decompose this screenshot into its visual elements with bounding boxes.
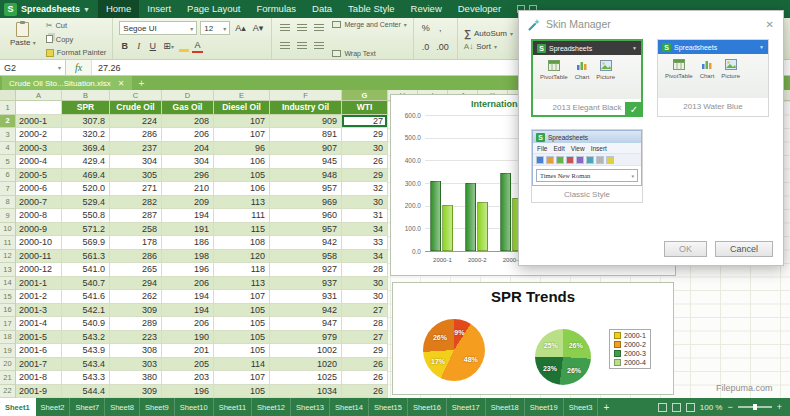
grid-cell[interactable]: 286: [110, 250, 162, 264]
grid-cell[interactable]: 309: [110, 304, 162, 318]
grid-cell[interactable]: 540.9: [62, 317, 110, 331]
grid-cell[interactable]: 308: [110, 344, 162, 358]
comma-style-button[interactable]: ,: [435, 21, 446, 35]
grid-cell[interactable]: 282: [110, 196, 162, 210]
menu-tab-review[interactable]: Review: [403, 0, 450, 18]
grid-cell[interactable]: 118: [214, 263, 270, 277]
grid-cell[interactable]: Industry Oil: [270, 101, 342, 115]
grid-cell[interactable]: 30: [342, 142, 388, 156]
chevron-down-icon[interactable]: ▼: [83, 6, 90, 13]
add-sheet-icon[interactable]: +: [598, 402, 614, 413]
grid-cell[interactable]: 34: [342, 223, 388, 237]
grid-cell[interactable]: 2000-4: [16, 155, 62, 169]
grid-cell[interactable]: 33: [342, 236, 388, 250]
zoom-in-icon[interactable]: +: [777, 402, 782, 412]
grid-cell[interactable]: 28: [342, 263, 388, 277]
grid-cell[interactable]: 948: [270, 169, 342, 183]
row-header-17[interactable]: 17: [0, 317, 16, 331]
grid-cell[interactable]: 309: [110, 385, 162, 399]
row-header-16[interactable]: 16: [0, 304, 16, 318]
grid-cell[interactable]: 942: [270, 304, 342, 318]
grid-cell[interactable]: 198: [162, 250, 214, 264]
sheet-tab-sheet16[interactable]: Sheet16: [408, 398, 447, 416]
grid-cell[interactable]: 2000-5: [16, 169, 62, 183]
sheet-tab-sheet7[interactable]: Sheet7: [70, 398, 105, 416]
grid-cell[interactable]: 2000-6: [16, 182, 62, 196]
row-header-1[interactable]: 1: [0, 101, 16, 115]
paste-button[interactable]: Paste ▾: [6, 21, 40, 48]
grid-cell[interactable]: 520.0: [62, 182, 110, 196]
column-header-B[interactable]: B: [62, 90, 110, 100]
grid-cell[interactable]: 120: [214, 250, 270, 264]
grid-cell[interactable]: 196: [162, 263, 214, 277]
grid-cell[interactable]: 29: [342, 169, 388, 183]
grid-cell[interactable]: 1002: [270, 344, 342, 358]
sheet-tab-sheet2[interactable]: Sheet2: [36, 398, 71, 416]
row-header-12[interactable]: 12: [0, 250, 16, 264]
pie-chart[interactable]: SPR Trends 2000-12000-22000-32000-4 9%48…: [392, 282, 674, 395]
grid-cell[interactable]: 26: [342, 385, 388, 399]
grid-cell[interactable]: 1020: [270, 358, 342, 372]
grid-cell[interactable]: 204: [162, 142, 214, 156]
grid-cell[interactable]: 957: [270, 182, 342, 196]
grid-cell[interactable]: 307.8: [62, 115, 110, 129]
grid-cell[interactable]: 105: [214, 304, 270, 318]
grid-cell[interactable]: 2001-5: [16, 331, 62, 345]
chevron-down-icon[interactable]: ▾: [58, 64, 61, 71]
autosum-button[interactable]: ∑AutoSum▾: [464, 28, 513, 39]
grid-cell[interactable]: 2001-4: [16, 317, 62, 331]
grid-cell[interactable]: 2000-7: [16, 196, 62, 210]
zoom-out-icon[interactable]: −: [727, 402, 732, 412]
decrease-decimal-button[interactable]: .00: [434, 40, 451, 54]
grid-cell[interactable]: 304: [162, 155, 214, 169]
grid-cell[interactable]: 540.7: [62, 277, 110, 291]
grid-cell[interactable]: 194: [162, 209, 214, 223]
grid-cell[interactable]: 2001-7: [16, 358, 62, 372]
grid-cell[interactable]: 96: [214, 142, 270, 156]
grid-cell[interactable]: 29: [342, 344, 388, 358]
grid-cell[interactable]: 105: [214, 317, 270, 331]
row-header-5[interactable]: 5: [0, 155, 16, 169]
grid-cell[interactable]: 105: [214, 331, 270, 345]
grid-cell[interactable]: 111: [214, 209, 270, 223]
sheet-tab-sheet19[interactable]: Sheet19: [525, 398, 564, 416]
grid-cell[interactable]: 2000-2: [16, 128, 62, 142]
sheet-tab-sheet1[interactable]: Sheet1: [0, 398, 36, 416]
grid-cell[interactable]: 542.1: [62, 304, 110, 318]
grid-cell[interactable]: 190: [162, 331, 214, 345]
grid-cell[interactable]: 380: [110, 371, 162, 385]
column-header-F[interactable]: F: [270, 90, 342, 100]
sheet-tab-sheet3[interactable]: Sheet3: [564, 398, 599, 416]
grid-cell[interactable]: 891: [270, 128, 342, 142]
align-left-icon[interactable]: [280, 42, 290, 50]
grid-cell[interactable]: 262: [110, 290, 162, 304]
grid-cell[interactable]: Gas Oil: [162, 101, 214, 115]
grid-cell[interactable]: 958: [270, 250, 342, 264]
menu-tab-insert[interactable]: Insert: [139, 0, 179, 18]
fx-icon[interactable]: fx: [66, 60, 92, 75]
grid-cell[interactable]: 320.2: [62, 128, 110, 142]
merge-center-button[interactable]: Merge and Center▾: [332, 21, 406, 28]
grid-cell[interactable]: 206: [162, 128, 214, 142]
grid-cell[interactable]: 561.3: [62, 250, 110, 264]
grid-cell[interactable]: 178: [110, 236, 162, 250]
grid-cell[interactable]: 289: [110, 317, 162, 331]
row-header-7[interactable]: 7: [0, 182, 16, 196]
grid-cell[interactable]: 2001-8: [16, 371, 62, 385]
italic-button[interactable]: I: [133, 39, 144, 53]
grid-cell[interactable]: Crude Oil: [110, 101, 162, 115]
grid-cell[interactable]: 113: [214, 277, 270, 291]
grid-cell[interactable]: 27: [342, 331, 388, 345]
grid-cell[interactable]: 2000-10: [16, 236, 62, 250]
grid-cell[interactable]: [16, 101, 62, 115]
grid-cell[interactable]: 2001-3: [16, 304, 62, 318]
grid-cell[interactable]: 27: [342, 304, 388, 318]
row-header-19[interactable]: 19: [0, 344, 16, 358]
sheet-tab-sheet11[interactable]: Sheet11: [214, 398, 252, 416]
grid-cell[interactable]: 265: [110, 263, 162, 277]
grid-cell[interactable]: 224: [110, 115, 162, 129]
grid-cell[interactable]: 107: [214, 115, 270, 129]
grid-cell[interactable]: 203: [162, 371, 214, 385]
row-header-14[interactable]: 14: [0, 277, 16, 291]
grid-cell[interactable]: 271: [110, 182, 162, 196]
